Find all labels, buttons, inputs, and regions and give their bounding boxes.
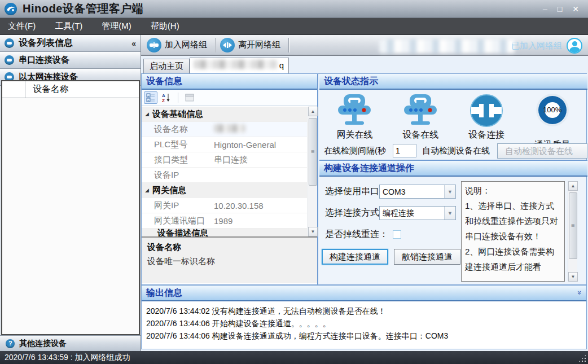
leave-network-group-button[interactable]: 离开网络组 [218,36,286,54]
menu-manage[interactable]: 管理(M) [102,21,131,32]
property-description-box: 设备名称 设备唯一标识名称 [142,236,317,283]
menu-file[interactable]: 文件(F) [8,21,36,32]
note-title: 说明： [465,183,561,198]
device-info-header: 设备信息 [142,74,317,90]
chevron-down-icon[interactable]: ▼ [444,207,455,220]
log-line: 2020/7/6 13:44:06 开始构建设备连接通道。。。。。 [146,317,582,330]
status-bar: 2020/7/6 13:43:59 : 加入网络组成功 [0,351,588,364]
auto-detect-label: 自动检测设备在线 [422,146,490,156]
output-panel: 输出信息 » 2020/7/6 13:44:02 没有构建连接通道，无法自动检测… [141,285,587,349]
reconnect-checkbox[interactable] [393,230,401,239]
scroll-down-icon[interactable]: ▼ [568,272,578,282]
user-avatar[interactable] [567,38,582,54]
gateway-online-indicator: 网关在线 [323,93,385,141]
svg-text:Z: Z [162,98,165,103]
status-bar-message: 2020/7/6 13:43:59 : 加入网络组成功 [5,353,130,363]
sidebar-header[interactable]: 设备列表信息 « [0,35,141,52]
note-paragraph-1: 1、选择串口、连接方式和掉线重连操作选项只对串口连接设备有效！ [465,198,561,244]
category-row[interactable]: ◢ 设备基础信息 [142,107,307,122]
detect-interval-label: 在线检测间隔(秒 [324,146,393,156]
menu-tools[interactable]: 工具(T) [55,21,82,32]
property-row-gateway-port[interactable]: 网关通讯端口 1989 [142,213,307,229]
output-header: 输出信息 » [142,286,586,301]
close-button[interactable]: ✕ [572,5,579,13]
scrollbar-thumb[interactable] [569,192,577,259]
property-row-plc-model[interactable]: PLC型号 Hignton-General [142,137,307,152]
device-tree-header[interactable]: 设备名称 [2,81,139,98]
main-content: 设备信息 ++ AZ ◢ 设备基础信息 设备名称 PLC型 [141,73,587,285]
output-log: 2020/7/6 13:44:02 没有构建连接通道，无法自动检测设备是否在线！… [142,301,586,345]
device-online-indicator: 设备在线 [389,93,451,141]
toolbar-separator [288,38,289,52]
svg-text:+: + [147,94,150,98]
note-paragraph-2: 2、网口连接设备需要构建连接通道后才能看 [465,244,561,274]
maximize-button[interactable]: □ [558,5,562,13]
connect-mode-select[interactable]: 编程连接 ▼ [379,206,456,220]
property-row-gateway-ip[interactable]: 网关IP 10.20.30.158 [142,198,307,213]
app-logo-icon [5,3,17,15]
sidebar-item-serial-devices[interactable]: 串口连接设备 [0,52,141,69]
menu-bar: 文件(F) 工具(T) 管理(M) 帮助(H) [0,18,588,35]
revoke-channel-button[interactable]: 散销连接通道 [394,249,460,265]
chevron-down-icon[interactable]: ▼ [444,185,455,198]
tab-home[interactable]: 启动主页 [143,59,190,73]
property-row-interface-type[interactable]: 接口类型 串口连接 [142,152,307,168]
channel-controls: 选择使用串口 COM3 ▼ 选择连接方式 编程连接 ▼ 是否掉线重连： 构建连接… [319,177,587,296]
device-list-sidebar: 设备列表信息 « 串口连接设备 以太网连接设备 设备名称 其他连接设备 [0,35,141,351]
description-text: 设备唯一标识名称 [147,256,311,267]
menu-help[interactable]: 帮助(H) [151,21,179,32]
property-grid-toolbar: ++ AZ [142,90,317,106]
categorized-view-button[interactable]: ++ [144,91,157,104]
tab-bar: 启动主页 q [141,56,588,73]
property-row-device-ip[interactable]: 设备IP [142,168,307,183]
scroll-up-icon[interactable]: ▲ [308,107,318,116]
property-grid-scrollbar[interactable]: ▲ ▼ [308,107,317,236]
collapse-chevron-icon[interactable]: » [576,291,584,295]
instruction-note: 说明： 1、选择串口、连接方式和掉线重连操作选项只对串口连接设备有效！ 2、网口… [461,181,565,282]
minimize-button[interactable]: – [543,5,547,13]
tab-device[interactable]: q [190,58,289,73]
device-name-column-header: 设备名称 [33,84,69,95]
right-panel: 设备状态指示 网关在线 [319,74,587,284]
serial-port-select[interactable]: COM3 ▼ [379,185,456,199]
scrollbar-thumb[interactable] [309,118,317,186]
category-row[interactable]: ◢ 网关信息 [142,183,307,198]
channel-panel-header: 构建设备连接通道操作 [319,161,587,177]
detect-interval-input[interactable] [393,144,416,157]
join-network-group-button[interactable]: 加入网络组 [144,36,213,54]
property-grid: ◢ 设备基础信息 设备名称 PLC型号 Hignton-General 接口类型… [142,107,307,236]
connect-mode-label: 选择连接方式 [325,207,379,219]
property-pages-button[interactable] [183,91,196,104]
column-divider [25,81,25,98]
svg-text:+: + [147,99,150,102]
censored-blur [214,124,245,133]
category-row-clipped[interactable]: 设备描述信息 [142,229,307,236]
property-row-device-name[interactable]: 设备名称 [142,122,307,137]
collapse-triangle-icon: ◢ [145,187,149,193]
device-info-panel: 设备信息 ++ AZ ◢ 设备基础信息 设备名称 PLC型 [142,74,318,284]
toolbar-separator [178,93,178,103]
other-device-icon [6,339,15,348]
network-status-label: 已加入网络组 [511,41,562,51]
log-line: 2020/7/6 13:44:06 构建设备连接通道成功，编程方式连接串口设备。… [146,330,582,342]
alphabetical-sort-button[interactable]: AZ [160,91,173,104]
device-status-header: 设备状态指示 [319,74,587,90]
online-detect-row: 在线检测间隔(秒 自动检测设备在线 自动检测设备在线 [319,142,587,161]
sidebar-title: 设备列表信息 [19,37,73,49]
censored-blur [194,60,277,69]
scroll-down-icon[interactable]: ▼ [308,227,318,236]
status-indicator-row: 网关在线 设备在线 [319,90,587,142]
device-connect-indicator: 设备连接 [455,93,517,141]
auto-detect-button[interactable]: 自动检测设备在线 [497,143,587,159]
note-scrollbar[interactable]: ▲ ▼ [568,181,577,282]
title-bar: Hinode设备管理客户端 – □ ✕ [0,0,588,18]
device-tree: 设备名称 [1,80,140,335]
serial-device-icon [5,55,14,65]
log-line: 2020/7/6 13:44:02 没有构建连接通道，无法自动检测设备是否在线！ [146,305,582,317]
leave-network-icon [220,38,235,52]
sidebar-item-other-devices[interactable]: 其他连接设备 [0,335,141,351]
build-channel-button[interactable]: 构建连接通道 [322,249,388,265]
toolbar-separator [215,38,216,52]
scroll-up-icon[interactable]: ▲ [568,181,578,191]
sidebar-collapse-icon[interactable]: « [131,39,136,48]
